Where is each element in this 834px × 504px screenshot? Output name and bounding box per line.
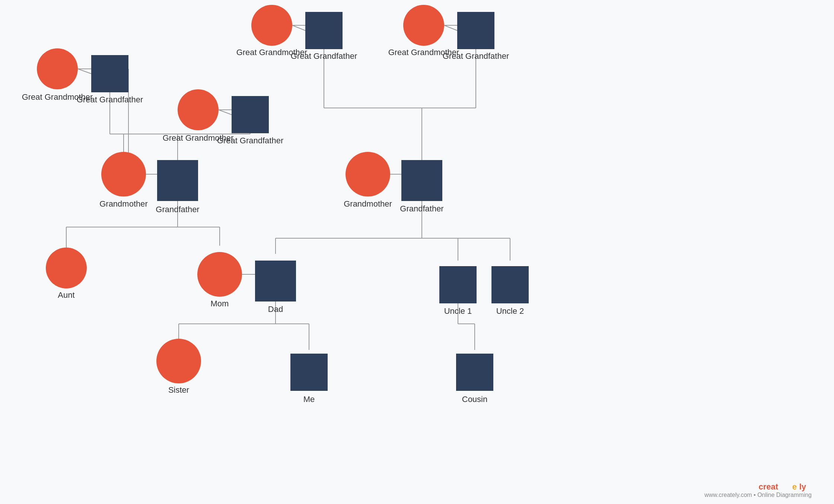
brand-name-3: ly <box>799 482 806 491</box>
brand-name-2: e <box>792 482 797 491</box>
dad-node <box>255 261 296 302</box>
grandfather-right-node <box>401 160 442 201</box>
grandfather-left-node <box>157 160 198 201</box>
svg-line-4 <box>292 25 305 31</box>
grandmother-left-node <box>101 152 146 197</box>
uncle2-label: Uncle 2 <box>496 306 524 316</box>
uncle1-node <box>439 266 477 303</box>
uncle1-label: Uncle 1 <box>444 306 472 316</box>
me-node <box>290 354 328 391</box>
aunt-node <box>46 248 87 288</box>
me-label: Me <box>303 395 315 404</box>
cousin-label: Cousin <box>462 395 487 404</box>
svg-line-0 <box>78 69 91 74</box>
sister-node <box>156 339 201 383</box>
great-grandmother-mid-left-node <box>178 89 219 130</box>
mom-node <box>197 252 242 297</box>
uncle2-node <box>491 266 529 303</box>
dad-label: Dad <box>268 304 283 314</box>
great-grandmother-top-left-node <box>37 48 78 89</box>
brand-tagline: www.creately.com • Online Diagramming <box>704 492 812 498</box>
svg-line-2 <box>219 110 232 115</box>
great-grandfather-top-center-node <box>305 12 343 49</box>
great-grandmother-top-center-node <box>251 5 292 46</box>
brand-name: creat <box>758 482 778 491</box>
svg-line-6 <box>444 25 457 31</box>
great-grandfather-top-center-label: Great Grandfather <box>291 51 357 61</box>
great-grandfather-top-left-label: Great Grandfather <box>77 95 143 104</box>
sister-label: Sister <box>168 385 189 395</box>
grandfather-left-label: Grandfather <box>156 205 199 214</box>
grandfather-right-label: Grandfather <box>400 204 443 213</box>
aunt-label: Aunt <box>58 290 74 300</box>
mom-label: Mom <box>211 299 229 308</box>
great-grandfather-top-right-node <box>457 12 494 49</box>
great-grandfather-mid-left-label: Great Grandfather <box>217 136 284 145</box>
great-grandfather-top-left-node <box>91 55 128 92</box>
grandmother-left-label: Grandmother <box>99 199 148 208</box>
grandmother-right-node <box>346 152 390 197</box>
great-grandmother-top-right-node <box>403 5 444 46</box>
cousin-node <box>456 354 493 391</box>
family-tree-diagram: Great Grandmother Great Grandfather Grea… <box>0 0 834 504</box>
grandmother-right-label: Grandmother <box>344 199 392 208</box>
great-grandfather-mid-left-node <box>232 96 269 133</box>
great-grandfather-top-right-label: Great Grandfather <box>443 51 509 61</box>
